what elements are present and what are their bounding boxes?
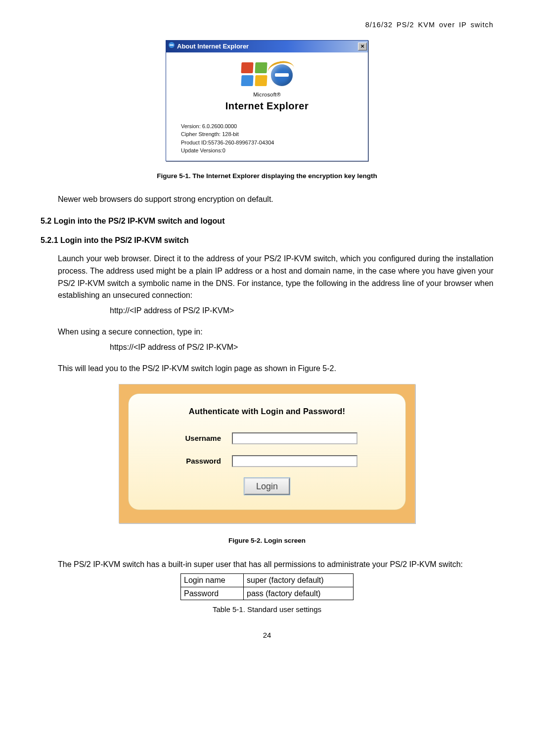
brand-ie: Internet Explorer [181,99,353,113]
url-https: https://<IP address of PS/2 IP-KVM> [110,341,493,353]
ie-product-id: Product ID:55736-260-8996737-04304 [181,139,353,147]
ie-update: Update Versions:0 [181,146,353,155]
cred-password-label: Password [181,587,244,600]
login-button[interactable]: Login [244,478,290,495]
ie-brand-text: Microsoft® Internet Explorer [181,91,353,113]
login-screenshot: Authenticate with Login and Password! Us… [119,384,415,523]
ie-logo-block [181,62,353,88]
login-heading: Authenticate with Login and Password! [153,406,381,418]
paragraph-lead: This will lead you to the PS/2 IP-KVM sw… [58,363,493,375]
ie-info-block: Version: 6.0.2600.0000 Cipher Strength: … [181,122,353,155]
paragraph-newer: Newer web browsers do support strong enc… [58,193,493,205]
ie-version: Version: 6.0.2600.0000 [181,122,353,131]
table-row: Password pass (factory default) [181,587,354,600]
dialog-titlebar: About Internet Explorer ✕ [166,41,368,52]
table-row: Login name super (factory default) [181,574,354,587]
password-label: Password [177,456,221,467]
login-button-row: Login [153,478,381,495]
figure-5-2-caption: Figure 5-2. Login screen [41,536,493,546]
cred-password-value: pass (factory default) [244,587,354,600]
page-number: 24 [41,630,493,641]
password-row: Password [153,455,381,467]
paragraph-launch: Launch your web browser. Direct it to th… [58,253,493,302]
password-input[interactable] [232,455,357,467]
ie-about-dialog: About Internet Explorer ✕ Microsoft® Int… [166,40,368,161]
table-5-1-caption: Table 5-1. Standard user settings [41,604,493,615]
close-icon[interactable]: ✕ [358,43,367,50]
username-row: Username [153,432,381,444]
dialog-body: Microsoft® Internet Explorer Version: 6.… [166,52,368,161]
cred-login-label: Login name [181,574,244,587]
figure-5-1-caption: Figure 5-1. The Internet Explorer displa… [41,171,493,181]
svg-rect-1 [170,45,174,46]
login-panel: Authenticate with Login and Password! Us… [128,393,406,510]
brand-microsoft: Microsoft® [181,91,353,99]
heading-5-2: 5.2 Login into the PS/2 IP-KVM switch an… [41,215,493,227]
url-http: http://<IP address of PS/2 IP-KVM> [110,305,493,316]
ie-cipher: Cipher Strength: 128-bit [181,130,353,139]
paragraph-secure: When using a secure connection, type in: [58,326,493,338]
ie-app-icon [168,42,175,51]
username-input[interactable] [232,432,357,444]
paragraph-builtin: The PS/2 IP-KVM switch has a built-in su… [58,559,493,571]
windows-flag-icon [241,62,271,88]
heading-5-2-1: 5.2.1 Login into the PS/2 IP-KVM switch [41,235,493,246]
cred-login-value: super (factory default) [244,574,354,587]
dialog-title-text: About Internet Explorer [177,42,249,51]
ie-e-icon [271,64,293,86]
dialog-title-left: About Internet Explorer [168,42,249,51]
credentials-table: Login name super (factory default) Passw… [180,573,354,600]
page-header-right: 8/16/32 PS/2 KVM over IP switch [41,20,493,30]
username-label: Username [177,433,221,444]
